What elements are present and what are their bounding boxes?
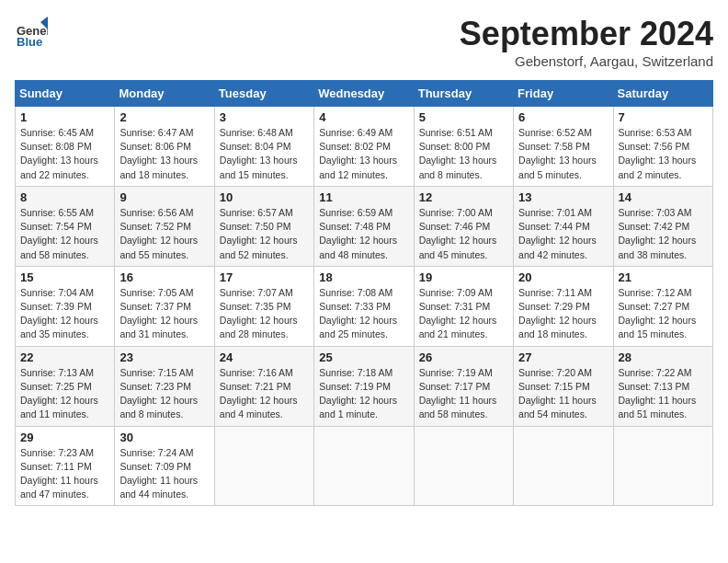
- calendar-cell: 2Sunrise: 6:47 AMSunset: 8:06 PMDaylight…: [115, 107, 214, 187]
- calendar-cell: 22Sunrise: 7:13 AMSunset: 7:25 PMDayligh…: [16, 346, 115, 426]
- day-info: Sunrise: 6:59 AMSunset: 7:48 PMDaylight:…: [319, 206, 408, 262]
- weekday-header: Wednesday: [314, 81, 414, 107]
- day-number: 5: [419, 110, 508, 124]
- calendar-cell: 21Sunrise: 7:12 AMSunset: 7:27 PMDayligh…: [613, 266, 712, 346]
- day-number: 15: [20, 270, 109, 284]
- calendar-table: SundayMondayTuesdayWednesdayThursdayFrid…: [15, 80, 713, 506]
- day-number: 10: [220, 190, 309, 204]
- day-info: Sunrise: 7:07 AMSunset: 7:35 PMDaylight:…: [220, 286, 309, 342]
- weekday-header: Saturday: [613, 81, 712, 107]
- weekday-header: Thursday: [414, 81, 513, 107]
- calendar-week-row: 1Sunrise: 6:45 AMSunset: 8:08 PMDaylight…: [16, 107, 713, 187]
- svg-text:Blue: Blue: [17, 35, 42, 48]
- day-info: Sunrise: 7:04 AMSunset: 7:39 PMDaylight:…: [20, 286, 109, 342]
- day-info: Sunrise: 6:55 AMSunset: 7:54 PMDaylight:…: [20, 206, 109, 262]
- calendar-cell: 5Sunrise: 6:51 AMSunset: 8:00 PMDaylight…: [414, 107, 513, 187]
- calendar-cell: [214, 426, 313, 506]
- day-info: Sunrise: 7:19 AMSunset: 7:17 PMDaylight:…: [419, 366, 508, 422]
- calendar-week-row: 22Sunrise: 7:13 AMSunset: 7:25 PMDayligh…: [16, 346, 713, 426]
- weekday-header: Monday: [115, 81, 214, 107]
- day-number: 6: [518, 110, 608, 124]
- day-number: 23: [119, 350, 209, 364]
- day-number: 3: [220, 110, 309, 124]
- calendar-cell: 27Sunrise: 7:20 AMSunset: 7:15 PMDayligh…: [514, 346, 613, 426]
- day-info: Sunrise: 7:11 AMSunset: 7:29 PMDaylight:…: [518, 286, 608, 342]
- day-number: 12: [419, 190, 508, 204]
- day-info: Sunrise: 6:47 AMSunset: 8:06 PMDaylight:…: [119, 126, 209, 182]
- calendar-cell: 13Sunrise: 7:01 AMSunset: 7:44 PMDayligh…: [514, 186, 613, 266]
- calendar-cell: 18Sunrise: 7:08 AMSunset: 7:33 PMDayligh…: [314, 266, 414, 346]
- calendar-cell: 8Sunrise: 6:55 AMSunset: 7:54 PMDaylight…: [16, 186, 115, 266]
- day-info: Sunrise: 7:22 AMSunset: 7:13 PMDaylight:…: [619, 366, 708, 422]
- weekday-header: Tuesday: [214, 81, 313, 107]
- day-number: 16: [119, 270, 209, 284]
- day-number: 17: [220, 270, 309, 284]
- calendar-cell: 29Sunrise: 7:23 AMSunset: 7:11 PMDayligh…: [16, 426, 115, 506]
- weekday-header: Friday: [514, 81, 613, 107]
- calendar-cell: [314, 426, 414, 506]
- day-info: Sunrise: 7:16 AMSunset: 7:21 PMDaylight:…: [220, 366, 309, 422]
- day-number: 25: [319, 350, 408, 364]
- day-number: 4: [319, 110, 408, 124]
- calendar-cell: 3Sunrise: 6:48 AMSunset: 8:04 PMDaylight…: [214, 107, 313, 187]
- calendar-cell: 6Sunrise: 6:52 AMSunset: 7:58 PMDaylight…: [514, 107, 613, 187]
- day-number: 18: [319, 270, 408, 284]
- day-info: Sunrise: 7:00 AMSunset: 7:46 PMDaylight:…: [419, 206, 508, 262]
- day-info: Sunrise: 7:13 AMSunset: 7:25 PMDaylight:…: [20, 366, 109, 422]
- day-info: Sunrise: 6:53 AMSunset: 7:56 PMDaylight:…: [619, 126, 708, 182]
- day-number: 1: [20, 110, 109, 124]
- day-number: 9: [119, 190, 209, 204]
- day-info: Sunrise: 6:45 AMSunset: 8:08 PMDaylight:…: [20, 126, 109, 182]
- calendar-header-row: SundayMondayTuesdayWednesdayThursdayFrid…: [16, 81, 713, 107]
- day-info: Sunrise: 6:49 AMSunset: 8:02 PMDaylight:…: [319, 126, 408, 182]
- weekday-header: Sunday: [16, 81, 115, 107]
- day-info: Sunrise: 7:23 AMSunset: 7:11 PMDaylight:…: [20, 446, 109, 502]
- day-number: 8: [20, 190, 109, 204]
- calendar-cell: 28Sunrise: 7:22 AMSunset: 7:13 PMDayligh…: [613, 346, 712, 426]
- calendar-cell: 11Sunrise: 6:59 AMSunset: 7:48 PMDayligh…: [314, 186, 414, 266]
- day-info: Sunrise: 7:15 AMSunset: 7:23 PMDaylight:…: [119, 366, 209, 422]
- calendar-cell: [514, 426, 613, 506]
- calendar-cell: 15Sunrise: 7:04 AMSunset: 7:39 PMDayligh…: [16, 266, 115, 346]
- month-title: September 2024: [460, 15, 713, 53]
- day-number: 27: [518, 350, 608, 364]
- day-info: Sunrise: 6:56 AMSunset: 7:52 PMDaylight:…: [119, 206, 209, 262]
- page-header: General Blue September 2024 Gebenstorf, …: [15, 15, 713, 69]
- day-info: Sunrise: 7:24 AMSunset: 7:09 PMDaylight:…: [119, 446, 209, 502]
- calendar-cell: [414, 426, 513, 506]
- day-number: 30: [119, 431, 209, 444]
- day-info: Sunrise: 7:12 AMSunset: 7:27 PMDaylight:…: [619, 286, 708, 342]
- calendar-week-row: 29Sunrise: 7:23 AMSunset: 7:11 PMDayligh…: [16, 426, 713, 506]
- calendar-cell: 20Sunrise: 7:11 AMSunset: 7:29 PMDayligh…: [514, 266, 613, 346]
- location: Gebenstorf, Aargau, Switzerland: [460, 53, 713, 69]
- calendar-week-row: 8Sunrise: 6:55 AMSunset: 7:54 PMDaylight…: [16, 186, 713, 266]
- calendar-cell: 12Sunrise: 7:00 AMSunset: 7:46 PMDayligh…: [414, 186, 513, 266]
- day-info: Sunrise: 7:05 AMSunset: 7:37 PMDaylight:…: [119, 286, 209, 342]
- day-number: 2: [119, 110, 209, 124]
- day-number: 19: [419, 270, 508, 284]
- calendar-cell: 1Sunrise: 6:45 AMSunset: 8:08 PMDaylight…: [16, 107, 115, 187]
- calendar-cell: 30Sunrise: 7:24 AMSunset: 7:09 PMDayligh…: [115, 426, 214, 506]
- calendar-cell: 17Sunrise: 7:07 AMSunset: 7:35 PMDayligh…: [214, 266, 313, 346]
- day-info: Sunrise: 6:57 AMSunset: 7:50 PMDaylight:…: [220, 206, 309, 262]
- calendar-cell: 14Sunrise: 7:03 AMSunset: 7:42 PMDayligh…: [613, 186, 712, 266]
- day-number: 13: [518, 190, 608, 204]
- calendar-cell: 24Sunrise: 7:16 AMSunset: 7:21 PMDayligh…: [214, 346, 313, 426]
- day-number: 7: [619, 110, 708, 124]
- calendar-cell: 25Sunrise: 7:18 AMSunset: 7:19 PMDayligh…: [314, 346, 414, 426]
- calendar-cell: 26Sunrise: 7:19 AMSunset: 7:17 PMDayligh…: [414, 346, 513, 426]
- day-info: Sunrise: 7:09 AMSunset: 7:31 PMDaylight:…: [419, 286, 508, 342]
- calendar-cell: 23Sunrise: 7:15 AMSunset: 7:23 PMDayligh…: [115, 346, 214, 426]
- day-number: 26: [419, 350, 508, 364]
- day-number: 24: [220, 350, 309, 364]
- calendar-cell: 9Sunrise: 6:56 AMSunset: 7:52 PMDaylight…: [115, 186, 214, 266]
- day-number: 21: [619, 270, 708, 284]
- logo: General Blue: [15, 15, 51, 48]
- day-number: 11: [319, 190, 408, 204]
- day-number: 29: [20, 431, 109, 444]
- calendar-cell: 19Sunrise: 7:09 AMSunset: 7:31 PMDayligh…: [414, 266, 513, 346]
- day-number: 20: [518, 270, 608, 284]
- logo-icon: General Blue: [15, 15, 48, 48]
- day-info: Sunrise: 7:08 AMSunset: 7:33 PMDaylight:…: [319, 286, 408, 342]
- day-info: Sunrise: 7:01 AMSunset: 7:44 PMDaylight:…: [518, 206, 608, 262]
